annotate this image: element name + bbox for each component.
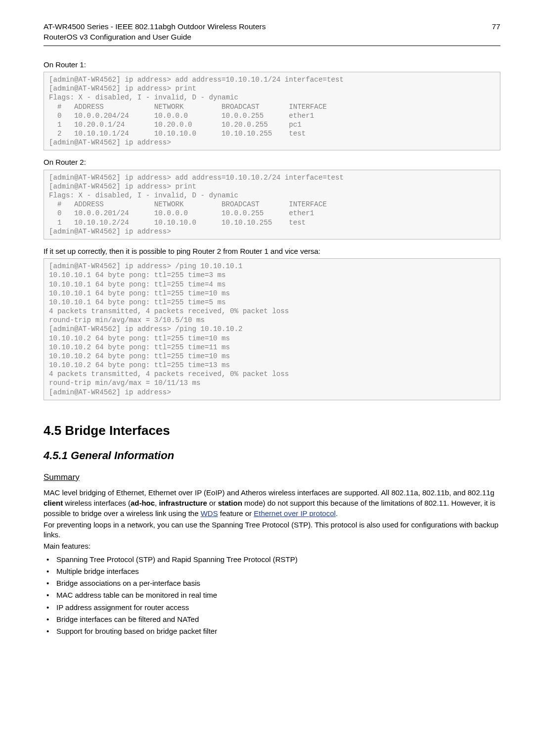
text-bold: infrastructure	[159, 499, 207, 507]
code-label-ping: If it set up correctly, then it is possi…	[44, 246, 500, 256]
link-eoip[interactable]: Ethernet over IP protocol	[254, 509, 336, 518]
subsection-title: 4.5.1 General Information	[44, 448, 500, 463]
text-run: .	[336, 509, 338, 518]
page-number: 77	[492, 22, 500, 32]
summary-heading: Summary	[44, 472, 500, 483]
summary-paragraph-2: For preventing loops in a network, you c…	[44, 520, 500, 540]
text-run: MAC level bridging of Ethernet, Ethernet…	[44, 488, 494, 497]
list-item: IP address assignment for router access	[44, 603, 500, 613]
text-run: wireless interfaces (	[63, 499, 131, 507]
header-line2: RouterOS v3 Configuration and User Guide	[44, 33, 191, 41]
code-block-router1: [admin@AT-WR4562] ip address> add addres…	[44, 72, 500, 150]
code-label-router1: On Router 1:	[44, 60, 500, 70]
header-title: AT-WR4500 Series - IEEE 802.11abgh Outdo…	[44, 22, 266, 43]
text-bold: station	[218, 499, 242, 507]
code-block-ping: [admin@AT-WR4562] ip address> /ping 10.1…	[44, 258, 500, 400]
list-item: Support for brouting based on bridge pac…	[44, 626, 500, 636]
header-rule	[44, 46, 500, 46]
summary-paragraph-3: Main features:	[44, 541, 500, 552]
list-item: Spanning Tree Protocol (STP) and Rapid S…	[44, 555, 500, 565]
feature-list: Spanning Tree Protocol (STP) and Rapid S…	[44, 555, 500, 637]
list-item: Multiple bridge interfaces	[44, 567, 500, 576]
text-bold: client	[44, 499, 63, 507]
list-item: Bridge associations on a per-interface b…	[44, 578, 500, 588]
header-line1: AT-WR4500 Series - IEEE 802.11abgh Outdo…	[44, 22, 266, 31]
text-bold: ad-hoc	[131, 499, 155, 507]
summary-paragraph-1: MAC level bridging of Ethernet, Ethernet…	[44, 488, 500, 519]
list-item: MAC address table can be monitored in re…	[44, 590, 500, 600]
section-title: 4.5 Bridge Interfaces	[44, 422, 500, 439]
code-label-router2: On Router 2:	[44, 157, 500, 167]
link-wds[interactable]: WDS	[201, 509, 218, 518]
text-run: or	[207, 499, 218, 507]
code-block-router2: [admin@AT-WR4562] ip address> add addres…	[44, 170, 500, 239]
text-run: feature or	[218, 509, 254, 518]
page-header: AT-WR4500 Series - IEEE 802.11abgh Outdo…	[44, 22, 500, 43]
list-item: Bridge interfaces can be filtered and NA…	[44, 614, 500, 624]
